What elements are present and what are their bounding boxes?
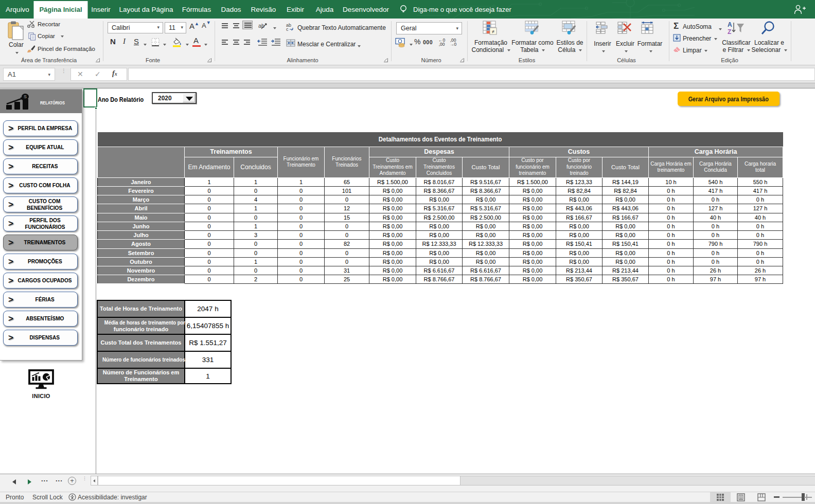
svg-text:S: S [24,94,27,99]
svg-text:≠: ≠ [492,29,495,34]
svg-text:A: A [728,21,732,28]
svg-text:Z: Z [728,28,731,35]
svg-text:c: c [286,27,289,31]
svg-text:ab: ab [258,23,264,29]
